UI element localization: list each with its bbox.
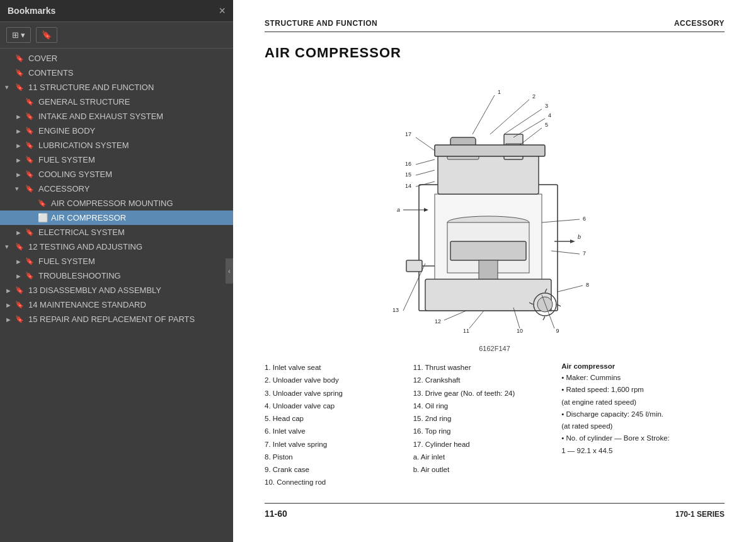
- bookmark-item-lubrication[interactable]: ►🔖LUBRICATION SYSTEM: [0, 138, 233, 153]
- svg-point-11: [537, 297, 553, 312]
- parts-item: 1. Inlet valve seat: [265, 362, 401, 373]
- air-compressor-diagram: 17 16 15 14 13 12 11: [318, 71, 671, 336]
- parts-col2: 11. Thrust washer12. Crankshaft13. Drive…: [413, 362, 549, 490]
- bookmark-toggle-fuel-system-2[interactable]: ►: [15, 258, 25, 265]
- bookmark-toggle-intake-exhaust[interactable]: ►: [15, 113, 25, 120]
- bookmark-toggle-engine-body[interactable]: ►: [15, 127, 25, 135]
- bookmark-toggle-air-compressor: [28, 214, 38, 222]
- bookmark-icon-cooling-system: 🔖: [25, 170, 35, 178]
- svg-text:2: 2: [532, 93, 536, 100]
- bookmark-item-15-repair[interactable]: ►🔖15 REPAIR AND REPLACEMENT OF PARTS: [0, 312, 233, 326]
- bookmark-toggle-troubleshooting[interactable]: ►: [15, 272, 25, 280]
- bookmark-toggle-13-disassembly[interactable]: ►: [5, 287, 15, 294]
- parts-item: 17. Cylinder head: [413, 439, 549, 450]
- bookmark-toggle-fuel-system[interactable]: ►: [15, 156, 25, 164]
- specs-item: • No. of cylinder — Bore x Stroke:: [561, 433, 724, 444]
- bookmark-icon-fuel-system-2: 🔖: [25, 257, 35, 265]
- svg-rect-20: [406, 260, 422, 272]
- layout-button[interactable]: ⊞ ▾: [6, 27, 31, 43]
- bookmark-item-air-compressor-mounting[interactable]: 🔖AIR COMPRESSOR MOUNTING: [0, 196, 233, 210]
- bookmark-item-electrical-system[interactable]: ►🔖ELECTRICAL SYSTEM: [0, 225, 233, 239]
- parts-item: 6. Inlet valve: [265, 426, 401, 437]
- sidebar-collapse-button[interactable]: ‹: [226, 258, 233, 284]
- main-content: STRUCTURE AND FUNCTION ACCESSORY AIR COM…: [233, 0, 756, 542]
- bookmark-label-troubleshooting: TROUBLESHOOTING: [38, 271, 228, 280]
- parts-section: 1. Inlet valve seat2. Unloader valve bod…: [265, 362, 724, 490]
- diagram-area: 17 16 15 14 13 12 11: [265, 71, 724, 338]
- bookmark-icon-air-compressor: ⬜: [38, 213, 48, 222]
- specs-section: Air compressor • Maker: Cummins• Rated s…: [561, 362, 724, 490]
- bookmark-toggle-accessory[interactable]: ▾: [15, 185, 25, 193]
- parts-item: 12. Crankshaft: [413, 375, 549, 386]
- bookmark-icon-intake-exhaust: 🔖: [25, 112, 35, 120]
- bookmark-toggle-lubrication[interactable]: ►: [15, 142, 25, 149]
- bookmark-toggle-electrical-system[interactable]: ►: [15, 229, 25, 236]
- bookmark-toggle-contents: [5, 69, 15, 77]
- svg-rect-19: [435, 145, 545, 156]
- bookmark-icon-contents: 🔖: [15, 69, 25, 77]
- specs-item: • Rated speed: 1,600 rpm: [561, 384, 724, 395]
- doc-title: AIR COMPRESSOR: [265, 45, 724, 61]
- bookmark-item-contents[interactable]: 🔖CONTENTS: [0, 66, 233, 80]
- specs-item: • Discharge capacity: 245 ℓ/min.: [561, 409, 724, 420]
- bookmark-item-air-compressor[interactable]: ⬜AIR COMPRESSOR: [0, 210, 233, 225]
- bookmark-icon: 🔖: [42, 30, 52, 40]
- svg-text:12: 12: [435, 318, 441, 325]
- parts-item: 15. 2nd ring: [413, 413, 549, 424]
- parts-item: 2. Unloader valve body: [265, 375, 401, 386]
- svg-text:4: 4: [548, 112, 551, 118]
- sidebar-toolbar: ⊞ ▾ 🔖: [0, 22, 233, 49]
- bookmark-icon-general-structure: 🔖: [25, 98, 35, 106]
- bookmark-toggle-air-compressor-mounting: [28, 200, 38, 207]
- bookmark-item-cover[interactable]: 🔖COVER: [0, 51, 233, 66]
- bookmark-label-general-structure: GENERAL STRUCTURE: [38, 97, 228, 107]
- bookmark-item-14-maintenance[interactable]: ►🔖14 MAINTENANCE STANDARD: [0, 297, 233, 312]
- bookmark-item-11-structure[interactable]: ▾🔖11 STRUCTURE AND FUNCTION: [0, 80, 233, 95]
- sidebar: Bookmarks × ⊞ ▾ 🔖 🔖COVER 🔖CONTENTS▾🔖11 S…: [0, 0, 233, 542]
- bookmark-item-troubleshooting[interactable]: ►🔖TROUBLESHOOTING: [0, 268, 233, 283]
- bookmark-toggle-cooling-system[interactable]: ►: [15, 171, 25, 178]
- bookmark-item-13-disassembly[interactable]: ►🔖13 DISASSEMBLY AND ASSEMBLY: [0, 283, 233, 297]
- parts-item: 10. Connecting rod: [265, 477, 401, 488]
- svg-text:6: 6: [583, 216, 586, 222]
- bookmark-icon-button[interactable]: 🔖: [36, 27, 57, 43]
- bookmark-item-12-testing[interactable]: ▾🔖12 TESTING AND ADJUSTING: [0, 239, 233, 254]
- bookmark-item-general-structure[interactable]: 🔖GENERAL STRUCTURE: [0, 95, 233, 109]
- bookmark-item-fuel-system[interactable]: ►🔖FUEL SYSTEM: [0, 153, 233, 167]
- bookmark-icon-troubleshooting: 🔖: [25, 272, 35, 280]
- parts-item: 14. Oil ring: [413, 401, 549, 412]
- bookmark-item-intake-exhaust[interactable]: ►🔖INTAKE AND EXHAUST SYSTEM: [0, 109, 233, 124]
- parts-item: 11. Thrust washer: [413, 362, 549, 373]
- bookmark-item-fuel-system-2[interactable]: ►🔖FUEL SYSTEM: [0, 254, 233, 268]
- bookmark-label-accessory: ACCESSORY: [38, 184, 228, 193]
- bookmark-item-cooling-system[interactable]: ►🔖COOLING SYSTEM: [0, 167, 233, 182]
- doc-category-label: ACCESSORY: [674, 19, 724, 28]
- diagram-svg-container: 17 16 15 14 13 12 11: [318, 71, 671, 338]
- bookmark-toggle-12-testing[interactable]: ▾: [5, 243, 15, 251]
- svg-rect-5: [450, 241, 526, 260]
- doc-page-number: 11-60: [265, 509, 287, 519]
- bookmark-toggle-cover: [5, 55, 15, 62]
- parts-item: 3. Unloader valve spring: [265, 388, 401, 399]
- bookmark-item-engine-body[interactable]: ►🔖ENGINE BODY: [0, 124, 233, 138]
- bookmark-label-air-compressor: AIR COMPRESSOR: [51, 213, 228, 222]
- bookmark-icon-cover: 🔖: [15, 54, 25, 62]
- layout-arrow-icon: ▾: [21, 30, 25, 40]
- bookmark-label-cooling-system: COOLING SYSTEM: [38, 170, 228, 179]
- bookmark-label-lubrication: LUBRICATION SYSTEM: [38, 141, 228, 150]
- bookmark-item-accessory[interactable]: ▾🔖ACCESSORY: [0, 182, 233, 196]
- bookmark-toggle-15-repair[interactable]: ►: [5, 316, 15, 323]
- bookmark-toggle-11-structure[interactable]: ▾: [5, 83, 15, 91]
- bookmark-label-12-testing: 12 TESTING AND ADJUSTING: [28, 242, 228, 251]
- parts-col1: 1. Inlet valve seat2. Unloader valve bod…: [265, 362, 401, 490]
- parts-item: 9. Crank case: [265, 464, 401, 475]
- specs-item: (at rated speed): [561, 421, 724, 432]
- bookmark-icon-11-structure: 🔖: [15, 83, 25, 91]
- sidebar-close-button[interactable]: ×: [219, 5, 226, 16]
- bookmark-toggle-14-maintenance[interactable]: ►: [5, 301, 15, 309]
- svg-text:17: 17: [405, 131, 411, 137]
- svg-rect-9: [425, 279, 551, 311]
- bookmark-label-air-compressor-mounting: AIR COMPRESSOR MOUNTING: [51, 199, 228, 208]
- bookmark-label-13-disassembly: 13 DISASSEMBLY AND ASSEMBLY: [28, 285, 228, 295]
- parts-item: 16. Top ring: [413, 426, 549, 437]
